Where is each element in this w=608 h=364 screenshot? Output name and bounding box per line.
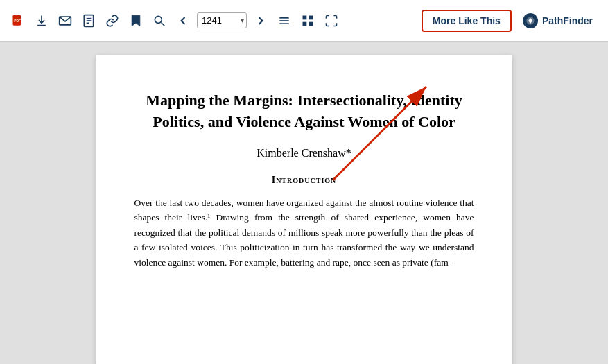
next-page-button[interactable] xyxy=(251,11,270,31)
page-select-input[interactable]: 1241 xyxy=(197,12,247,28)
prev-page-button[interactable] xyxy=(173,11,193,31)
svg-rect-14 xyxy=(303,21,307,26)
svg-rect-12 xyxy=(303,15,307,19)
link-icon[interactable] xyxy=(103,11,122,31)
grid-view-icon[interactable] xyxy=(298,11,318,31)
search-icon[interactable] xyxy=(150,11,169,31)
document-author: Kimberle Crenshaw* xyxy=(134,147,474,159)
svg-rect-15 xyxy=(309,21,313,26)
document-page: Mapping the Margins: Intersectionality, … xyxy=(96,55,512,364)
document-body: Over the last two decades, women have or… xyxy=(134,196,474,270)
svg-line-8 xyxy=(162,22,165,26)
svg-rect-13 xyxy=(309,15,313,19)
page-selector[interactable]: 1241 xyxy=(197,12,247,28)
more-like-this-button[interactable]: More Like This xyxy=(422,10,512,32)
svg-text:PDF: PDF xyxy=(14,18,21,22)
section-heading: Introduction xyxy=(134,175,474,186)
toolbar: PDF xyxy=(0,0,608,42)
expand-icon[interactable] xyxy=(322,11,341,31)
pathfinder-icon xyxy=(523,13,538,28)
pathfinder-button[interactable]: PathFinder xyxy=(516,9,600,33)
download-icon[interactable] xyxy=(32,11,51,31)
svg-point-7 xyxy=(155,16,162,23)
email-icon[interactable] xyxy=(55,11,75,31)
document-title: Mapping the Margins: Intersectionality, … xyxy=(134,90,474,133)
document-area: Mapping the Margins: Intersectionality, … xyxy=(0,42,608,364)
list-view-icon[interactable] xyxy=(275,11,294,31)
pathfinder-label: PathFinder xyxy=(542,15,593,26)
bookmark-icon[interactable] xyxy=(126,11,146,31)
pdf-icon[interactable]: PDF xyxy=(8,11,28,31)
cite-icon[interactable] xyxy=(79,11,98,31)
